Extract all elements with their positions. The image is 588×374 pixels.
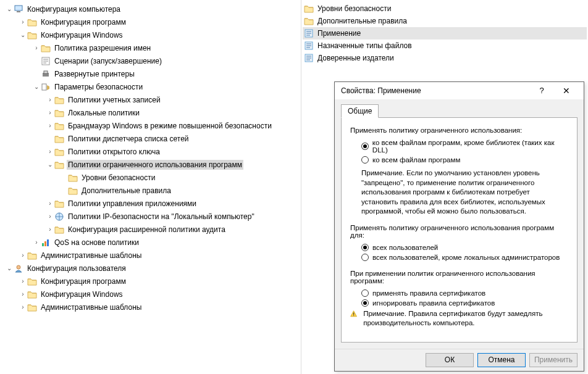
chevron-down-icon[interactable]: ⌄ (32, 83, 41, 90)
tree-item[interactable]: ›Политики управления приложениями (1, 197, 300, 210)
chevron-down-icon[interactable]: ⌄ (5, 6, 14, 12)
chevron-right-icon[interactable]: › (46, 148, 54, 155)
radio-ignore-cert[interactable]: игнорировать правила сертификатов (350, 298, 568, 308)
chevron-down-icon[interactable]: ⌄ (19, 31, 27, 38)
tree-item[interactable]: ⌄Конфигурация пользователя (1, 262, 300, 275)
tree-item[interactable]: ⌄Политики ограниченного использования пр… (1, 158, 300, 171)
tree-item[interactable]: ⌄Параметры безопасности (1, 80, 300, 93)
list-item-label: Доверенные издатели (316, 53, 395, 63)
tree-item-label: Административные шаблоны (40, 302, 143, 312)
computer-icon (14, 4, 23, 14)
tab-general[interactable]: Общие (341, 104, 379, 118)
apply-button[interactable]: Применить (529, 353, 578, 367)
tree-item-label: Дополнительные правила (80, 186, 172, 196)
radio-apply-cert[interactable]: применять правила сертификатов (350, 288, 568, 298)
tree-item[interactable]: ›Брандмауэр Windows в режиме повышенной … (1, 119, 300, 132)
tree-item[interactable]: ›Конфигурация программ (1, 275, 300, 288)
tree-item[interactable]: Уровни безопасности (1, 171, 300, 184)
tree-item[interactable]: ›Конфигурация программ (1, 15, 300, 28)
chevron-right-icon[interactable]: › (19, 278, 27, 285)
tree-item[interactable]: ›Локальные политики (1, 106, 300, 119)
tree-item[interactable]: Развернутые принтеры (1, 67, 300, 80)
folder-icon (27, 302, 37, 312)
radio-all-files[interactable]: ко всем файлам программ (350, 155, 568, 165)
ok-button[interactable]: ОК (426, 353, 474, 367)
chevron-right-icon[interactable]: › (46, 96, 54, 103)
item-b-icon (304, 41, 314, 51)
close-button[interactable]: ✕ (554, 82, 579, 99)
tree-item-label: Политики учетных записей (67, 95, 162, 105)
list-item[interactable]: Доверенные издатели (303, 52, 587, 64)
cancel-button[interactable]: Отмена (477, 353, 526, 367)
chevron-down-icon[interactable]: ⌄ (5, 265, 14, 272)
tree-item[interactable]: ›Конфигурация расширенной политики аудит… (1, 223, 300, 236)
tree-item[interactable]: ›Политики учетных записей (1, 93, 300, 106)
cert-warning: Примечание. Правила сертификатов будут з… (350, 308, 568, 328)
dialog-titlebar: Свойства: Применение ? ✕ (335, 82, 584, 99)
folder-icon (41, 43, 51, 53)
chevron-right-icon[interactable]: › (32, 44, 41, 51)
chevron-right-icon[interactable]: › (46, 109, 54, 116)
folder-icon (54, 134, 64, 144)
tree-item[interactable]: ›Конфигурация Windows (1, 288, 300, 301)
tree-item[interactable]: ›Административные шаблоны (1, 301, 300, 314)
tree-item[interactable]: ›Административные шаблоны (1, 249, 300, 262)
chevron-down-icon[interactable]: ⌄ (46, 161, 54, 168)
list-item[interactable]: Уровни безопасности (303, 2, 587, 15)
radio-icon (361, 143, 369, 150)
list-item[interactable]: Дополнительные правила (303, 15, 587, 27)
tree-item[interactable]: Дополнительные правила (1, 184, 300, 197)
dialog-title: Свойства: Применение (341, 86, 529, 95)
chevron-right-icon[interactable]: › (19, 252, 27, 259)
tree-item-label: Конфигурация Windows (40, 289, 124, 299)
tree-item-label: Политика разрешения имен (53, 43, 152, 53)
radio-label: ко всем файлам программ (372, 156, 460, 164)
chevron-right-icon[interactable]: › (19, 19, 27, 25)
folder-icon (54, 108, 64, 118)
radio-all-users[interactable]: всех пользователей (350, 243, 568, 252)
tree-item-label: Параметры безопасности (53, 82, 144, 92)
tree-item[interactable]: ⌄Конфигурация компьютера (1, 2, 300, 15)
tree-item[interactable]: Сценарии (запуск/завершение) (1, 54, 300, 67)
radio-label: всех пользователей (372, 244, 438, 251)
tree-item-label: Политики ограниченного использования про… (67, 160, 243, 170)
tree-item-label: Политики открытого ключа (67, 147, 161, 157)
radio-all-except-dll[interactable]: ко всем файлам программ, кроме библиотек… (350, 138, 568, 155)
script-icon (41, 56, 51, 66)
list-item-label: Применение (316, 28, 362, 38)
security-icon (41, 82, 51, 92)
warning-text: Примечание. Правила сертификатов будут з… (363, 309, 568, 328)
chevron-right-icon[interactable]: › (46, 213, 54, 220)
chevron-right-icon[interactable]: › (19, 291, 27, 297)
user-icon (14, 264, 23, 273)
tree-item[interactable]: ⌄Конфигурация Windows (1, 28, 300, 41)
tree-item[interactable]: ›Политики открытого ключа (1, 145, 300, 158)
tree-item[interactable]: ›QoS на основе политики (1, 236, 300, 249)
chevron-right-icon[interactable]: › (32, 239, 41, 246)
chevron-right-icon[interactable]: › (46, 226, 54, 233)
group-users: Применять политику ограниченного использ… (350, 224, 568, 262)
folder-icon (54, 160, 64, 170)
tree-item[interactable]: Политики диспетчера списка сетей (1, 132, 300, 145)
tree-item[interactable]: ›Политика разрешения имен (1, 41, 300, 54)
list-item[interactable]: Назначенные типы файлов (303, 39, 587, 52)
radio-label: применять правила сертификатов (372, 289, 485, 297)
dialog-body: Общие Применять политику ограниченного и… (335, 99, 584, 349)
tree-item-label: Конфигурация программ (40, 17, 127, 27)
properties-dialog: Свойства: Применение ? ✕ Общие Применять… (334, 81, 584, 372)
chevron-right-icon[interactable]: › (19, 304, 27, 310)
radio-icon (361, 156, 369, 164)
group-certs: При применении политик ограниченного исп… (350, 270, 568, 328)
chevron-right-icon[interactable]: › (46, 122, 54, 129)
radio-except-admins[interactable]: всех пользователей, кроме локальных адми… (350, 252, 568, 262)
tree-item[interactable]: ›Политики IP-безопасности на "Локальный … (1, 210, 300, 223)
list-item[interactable]: Применение (303, 27, 587, 39)
folder-icon (27, 251, 37, 260)
chevron-right-icon[interactable]: › (46, 200, 54, 207)
tree-panel[interactable]: ⌄Конфигурация компьютера›Конфигурация пр… (0, 0, 301, 374)
folder-icon (27, 30, 37, 40)
radio-label: всех пользователей, кроме локальных адми… (372, 254, 560, 261)
tree-item-label: Политики управления приложениями (67, 199, 198, 209)
folder-icon (304, 4, 314, 14)
help-button[interactable]: ? (529, 82, 554, 99)
